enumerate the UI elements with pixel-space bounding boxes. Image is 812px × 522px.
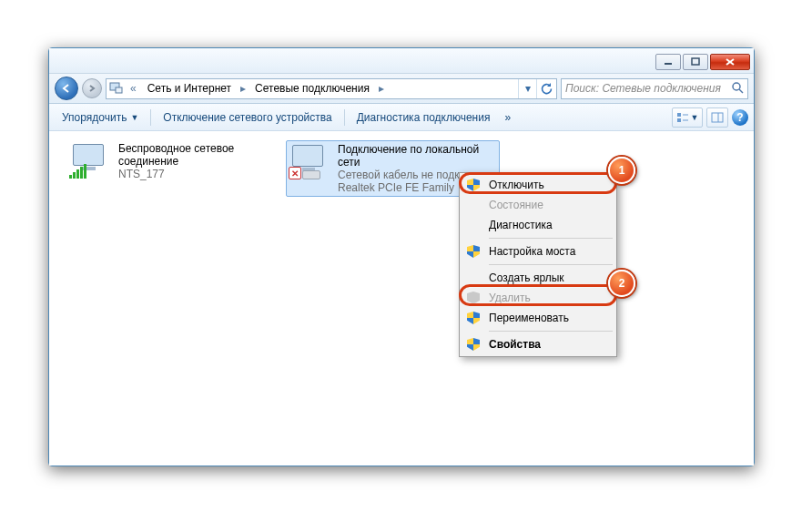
preview-pane-button[interactable] [706, 107, 728, 128]
annotation-badge-1: 1 [608, 157, 635, 184]
address-bar[interactable]: « Сеть и Интернет ▸ Сетевые подключения … [106, 78, 557, 99]
shield-icon [467, 338, 480, 351]
titlebar [49, 48, 754, 74]
view-options-button[interactable]: ▼ [672, 107, 703, 128]
svg-point-6 [733, 83, 740, 90]
help-button[interactable]: ? [732, 109, 748, 126]
search-placeholder: Поиск: Сетевые подключения [565, 82, 721, 95]
svg-rect-5 [116, 87, 122, 93]
breadcrumb-overflow-icon[interactable]: « [127, 82, 140, 95]
connection-title: Подключение по локальной сети [338, 143, 497, 169]
ctx-diagnose-label: Диагностика [489, 219, 553, 231]
disable-device-button[interactable]: Отключение сетевого устройства [156, 107, 339, 128]
context-menu: Отключить Состояние Диагностика Настройк… [459, 172, 617, 357]
ctx-rename[interactable]: Переименовать [462, 308, 614, 328]
separator [489, 264, 613, 265]
ctx-status-label: Состояние [489, 199, 543, 211]
diagnose-label: Диагностика подключения [357, 111, 491, 124]
ctx-rename-label: Переименовать [489, 312, 569, 324]
svg-rect-1 [692, 58, 699, 65]
separator [150, 109, 151, 126]
ctx-properties-label: Свойства [489, 338, 541, 351]
address-dropdown-button[interactable]: ▾ [518, 79, 536, 98]
tiles-icon [676, 112, 689, 123]
connection-ssid: NTS_177 [118, 168, 279, 180]
separator [344, 109, 345, 126]
annotation-badge-2: 2 [608, 270, 635, 297]
nav-back-button[interactable] [55, 77, 78, 100]
toolbar-overflow-button[interactable]: » [499, 111, 516, 124]
navbar: « Сеть и Интернет ▸ Сетевые подключения … [49, 74, 754, 104]
dropdown-icon: ▼ [130, 113, 138, 122]
explorer-window: « Сеть и Интернет ▸ Сетевые подключения … [48, 47, 755, 466]
annotation-ring-2 [459, 284, 617, 306]
maximize-button[interactable] [683, 54, 708, 70]
dropdown-icon: ▼ [691, 113, 699, 122]
close-button[interactable] [710, 54, 750, 70]
ctx-bridge-label: Настройка моста [489, 245, 575, 258]
ctx-properties[interactable]: Свойства [462, 334, 614, 354]
ctx-shortcut-label: Создать ярлык [489, 271, 564, 284]
chevron-right-icon: ▸ [239, 82, 248, 95]
disable-device-label: Отключение сетевого устройства [163, 111, 331, 124]
svg-rect-9 [677, 118, 681, 122]
breadcrumb-root[interactable]: Сеть и Интернет [144, 80, 235, 97]
chevron-right-icon: ▸ [377, 82, 386, 95]
connection-item-wireless[interactable]: Беспроводное сетевое соединение NTS_177 [67, 140, 281, 182]
location-icon [108, 80, 123, 97]
organize-label: Упорядочить [62, 111, 127, 124]
refresh-button[interactable] [536, 79, 554, 98]
shield-icon [467, 312, 480, 324]
command-bar: Упорядочить ▼ Отключение сетевого устрой… [49, 104, 754, 131]
disconnected-badge-icon: ✕ [289, 167, 301, 179]
organize-menu[interactable]: Упорядочить ▼ [55, 107, 146, 128]
svg-rect-12 [712, 113, 723, 122]
shield-icon [467, 245, 480, 258]
ctx-bridge[interactable]: Настройка моста [462, 241, 614, 261]
separator [489, 331, 613, 332]
breadcrumb-current[interactable]: Сетевые подключения [251, 80, 373, 97]
search-box[interactable]: Поиск: Сетевые подключения [561, 78, 748, 99]
diagnose-button[interactable]: Диагностика подключения [350, 107, 498, 128]
svg-rect-8 [677, 113, 681, 117]
nav-forward-button[interactable] [82, 78, 102, 98]
ctx-status: Состояние [462, 195, 614, 215]
wireless-icon [69, 142, 113, 179]
connection-title: Беспроводное сетевое соединение [118, 142, 279, 168]
pane-icon [711, 112, 724, 123]
annotation-ring-1 [459, 172, 617, 194]
ctx-diagnose[interactable]: Диагностика [462, 215, 614, 235]
lan-icon: ✕ [289, 143, 332, 179]
annotation-number: 2 [619, 277, 625, 290]
content-area: Беспроводное сетевое соединение NTS_177 … [49, 131, 754, 466]
svg-line-7 [739, 89, 743, 93]
separator [489, 238, 613, 239]
annotation-number: 1 [619, 164, 625, 177]
minimize-button[interactable] [655, 54, 681, 70]
search-icon [731, 81, 744, 97]
